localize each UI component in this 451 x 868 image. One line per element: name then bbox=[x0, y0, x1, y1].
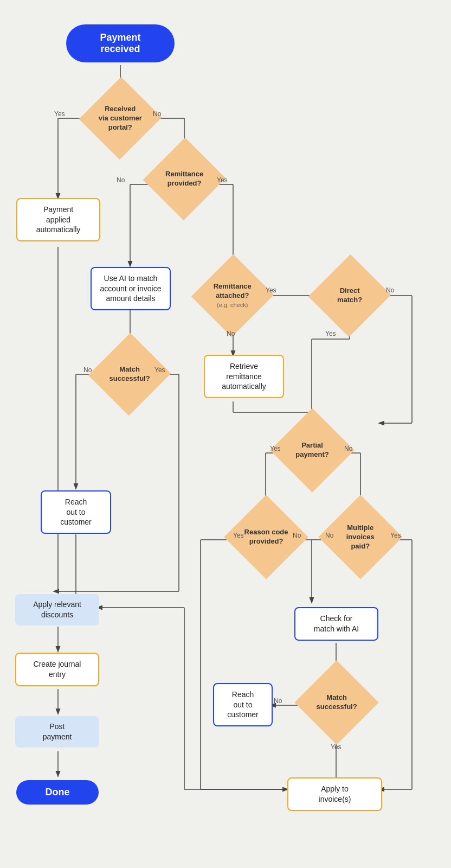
no-label-direct: No bbox=[386, 286, 394, 294]
payment-applied-auto-label: Paymentappliedautomatically bbox=[16, 198, 100, 242]
partial-payment-diamond: Partialpayment? bbox=[270, 408, 355, 493]
retrieve-remittance-label: Retrieveremittanceautomatically bbox=[204, 355, 284, 399]
reason-code-node: Reason codeprovided? bbox=[236, 507, 296, 567]
retrieve-remittance-node: Retrieveremittanceautomatically bbox=[204, 353, 284, 400]
done-label: Done bbox=[16, 780, 99, 805]
no-label-partial: No bbox=[344, 445, 352, 452]
no-label-reason: No bbox=[293, 532, 301, 539]
payment-received-node: Payment received bbox=[66, 22, 175, 65]
create-journal-node: Create journalentry bbox=[15, 651, 99, 688]
check-match-ai-label: Check formatch with AI bbox=[294, 607, 378, 641]
yes-label-direct: Yes bbox=[325, 330, 336, 337]
no-label-remittance: No bbox=[117, 176, 125, 184]
remittance-provided-diamond: Remittanceprovided? bbox=[143, 138, 226, 221]
reach-out-customer-1-label: Reachout tocustomer bbox=[41, 490, 111, 534]
payment-received-label: Payment received bbox=[66, 24, 175, 62]
reach-out-customer-1-node: Reachout tocustomer bbox=[41, 488, 111, 536]
post-payment-label: Postpayment bbox=[15, 716, 99, 748]
remittance-provided-node: Remittanceprovided? bbox=[156, 149, 213, 209]
reach-out-customer-2-node: Reachout tocustomer bbox=[213, 681, 273, 729]
yes-label-reason: Yes bbox=[233, 532, 244, 539]
payment-applied-auto-node: Paymentappliedautomatically bbox=[16, 193, 100, 247]
yes-label-remittance: Yes bbox=[217, 176, 228, 184]
flowchart-diagram: Payment received Receivedvia customerpor… bbox=[0, 0, 451, 868]
no-label-match1: No bbox=[83, 366, 92, 374]
yes-label-attached: Yes bbox=[266, 286, 276, 294]
yes-label-portal: Yes bbox=[54, 110, 65, 118]
remittance-attached-node: Remittanceattached?(e.g. check) bbox=[204, 266, 261, 326]
apply-discounts-label: Apply relevantdiscounts bbox=[15, 594, 99, 626]
match-successful-1-node: Matchsuccessful? bbox=[101, 344, 158, 404]
match-successful-2-node: Matchsuccessful? bbox=[307, 673, 366, 732]
yes-label-multiple: Yes bbox=[390, 532, 401, 539]
received-via-portal-diamond: Receivedvia customerportal? bbox=[79, 77, 162, 160]
yes-label-match1: Yes bbox=[154, 366, 165, 374]
use-ai-match-label: Use AI to matchaccount or invoiceamount … bbox=[91, 267, 171, 311]
no-label-attached: No bbox=[227, 330, 235, 337]
yes-label-partial: Yes bbox=[270, 445, 281, 452]
match-successful-2-diamond: Matchsuccessful? bbox=[294, 660, 379, 745]
apply-discounts-node: Apply relevantdiscounts bbox=[15, 591, 99, 628]
create-journal-label: Create journalentry bbox=[15, 653, 99, 686]
yes-label-match2: Yes bbox=[331, 743, 342, 751]
reach-out-customer-2-label: Reachout tocustomer bbox=[213, 683, 273, 727]
check-match-ai-node: Check formatch with AI bbox=[294, 602, 378, 646]
post-payment-node: Postpayment bbox=[15, 713, 99, 750]
partial-payment-node: Partialpayment? bbox=[282, 420, 342, 480]
direct-match-node: Directmatch? bbox=[321, 266, 378, 326]
use-ai-match-node: Use AI to matchaccount or invoiceamount … bbox=[91, 265, 171, 312]
no-label-portal: No bbox=[153, 110, 161, 118]
apply-invoices-node: Apply toinvoice(s) bbox=[287, 776, 382, 813]
apply-invoices-label: Apply toinvoice(s) bbox=[287, 777, 382, 811]
done-node: Done bbox=[16, 776, 99, 808]
match-successful-1-diamond: Matchsuccessful? bbox=[88, 333, 171, 416]
no-label-match2: No bbox=[274, 697, 282, 705]
direct-match-diamond: Directmatch? bbox=[308, 254, 391, 337]
received-via-portal-node: Receivedvia customerportal? bbox=[92, 88, 149, 148]
no-label-multiple: No bbox=[325, 532, 333, 539]
remittance-attached-diamond: Remittanceattached?(e.g. check) bbox=[191, 254, 274, 337]
multiple-invoices-node: Multipleinvoices paid? bbox=[331, 507, 390, 567]
